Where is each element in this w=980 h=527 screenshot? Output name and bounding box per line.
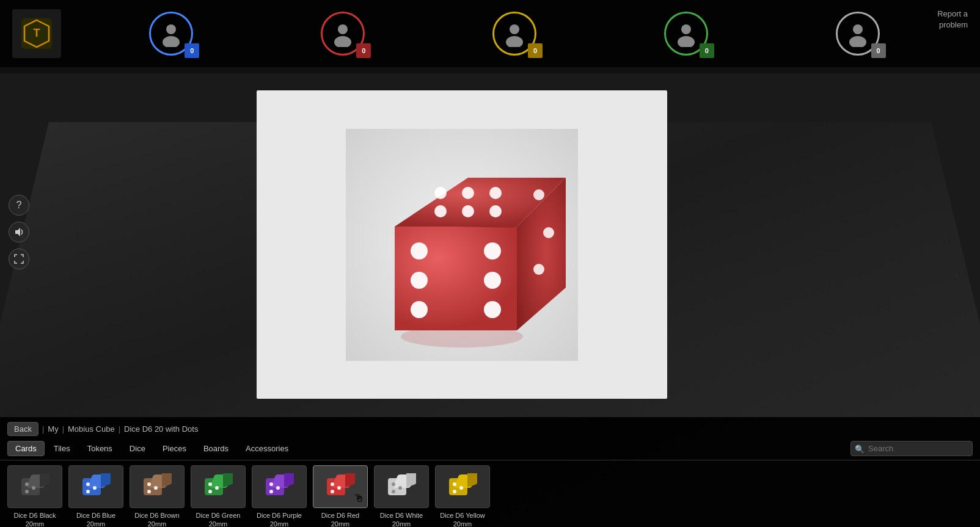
dice-item-black[interactable]: Dice D6 Black20mm [7, 465, 62, 527]
svg-point-19 [411, 272, 428, 289]
svg-point-18 [484, 242, 501, 260]
tabs-row: Cards Tiles Tokens Dice Pieces Boards Ac… [0, 441, 980, 460]
breadcrumb-sep-3: | [119, 424, 120, 434]
svg-point-66 [337, 486, 341, 490]
top-bar: T 0 [0, 0, 980, 67]
dice-item-yellow[interactable]: Dice D6 Yellow20mm [435, 465, 490, 527]
svg-point-26 [434, 205, 447, 217]
dice-thumb-white [374, 465, 429, 508]
tab-cards[interactable]: Cards [7, 441, 45, 456]
svg-point-49 [147, 490, 151, 493]
svg-point-8 [506, 36, 523, 47]
svg-point-42 [93, 486, 97, 490]
svg-point-24 [462, 187, 474, 199]
back-button[interactable]: Back [7, 422, 38, 436]
svg-point-31 [533, 264, 544, 275]
svg-point-17 [411, 242, 428, 260]
dice-item-brown[interactable]: Dice D6 Brown20mm [130, 465, 185, 527]
svg-rect-52 [223, 473, 233, 487]
dice-item-green[interactable]: Dice D6 Green20mm [191, 465, 246, 527]
svg-point-35 [25, 482, 29, 486]
player-slot-5[interactable]: 0 [836, 12, 880, 56]
preview-panel [257, 90, 667, 399]
search-input[interactable] [850, 441, 973, 456]
svg-point-28 [489, 205, 502, 217]
breadcrumb-row: Back | My | Mobius Cube | Dice D6 20 wit… [0, 417, 980, 441]
player-3-badge: 0 [528, 43, 543, 58]
svg-point-59 [269, 482, 273, 486]
svg-rect-34 [40, 473, 49, 487]
dice-item-blue[interactable]: Dice D6 Blue20mm [68, 465, 123, 527]
svg-point-27 [462, 205, 474, 217]
svg-marker-13 [15, 228, 20, 236]
breadcrumb-sep-2: | [62, 424, 64, 434]
fullscreen-button[interactable] [9, 249, 29, 269]
player-slot-4[interactable]: 0 [664, 12, 708, 56]
tab-tiles[interactable]: Tiles [46, 441, 78, 456]
dice-preview-image [346, 129, 578, 361]
svg-point-36 [32, 486, 35, 490]
dice-items-row: Dice D6 Black20mm Dice D6 Blue20mm [0, 460, 980, 527]
breadcrumb-mobius[interactable]: Mobius Cube [68, 424, 115, 434]
svg-point-5 [338, 24, 348, 34]
svg-point-79 [453, 490, 456, 493]
svg-point-6 [334, 36, 351, 47]
player-4-badge: 0 [700, 43, 714, 58]
svg-point-72 [398, 486, 402, 490]
svg-point-54 [215, 486, 219, 490]
tab-accessories[interactable]: Accessories [238, 441, 296, 456]
svg-point-30 [543, 227, 554, 238]
svg-point-21 [411, 301, 428, 318]
svg-point-55 [208, 490, 212, 493]
bottom-bar: Back | My | Mobius Cube | Dice D6 20 wit… [0, 417, 980, 527]
svg-rect-64 [345, 473, 355, 487]
dice-thumb-green [191, 465, 246, 508]
player-slot-1[interactable]: 0 [149, 12, 193, 56]
report-problem-link[interactable]: Report a problem [937, 9, 968, 31]
dice-thumb-black [7, 465, 62, 508]
tab-pieces[interactable]: Pieces [155, 441, 194, 456]
svg-point-37 [25, 490, 29, 493]
svg-point-61 [269, 490, 273, 493]
svg-text:T: T [34, 27, 40, 39]
svg-point-29 [533, 189, 544, 200]
tab-dice[interactable]: Dice [122, 441, 153, 456]
svg-point-4 [163, 36, 180, 47]
player-2-badge: 0 [356, 43, 371, 58]
dice-item-purple[interactable]: Dice D6 Purple20mm [252, 465, 307, 527]
svg-point-77 [453, 482, 456, 486]
breadcrumb-my[interactable]: My [48, 424, 58, 434]
player-slot-2[interactable]: 0 [321, 12, 365, 56]
dice-thumb-purple [252, 465, 307, 508]
dice-label-blue: Dice D6 Blue20mm [76, 511, 115, 527]
sound-button[interactable] [9, 222, 29, 242]
svg-rect-40 [101, 473, 111, 487]
svg-point-7 [510, 24, 519, 34]
help-button[interactable]: ? [9, 195, 29, 216]
svg-point-11 [853, 24, 863, 34]
dice-label-white: Dice D6 White20mm [380, 511, 423, 527]
dice-thumb-brown [130, 465, 185, 508]
svg-point-78 [459, 486, 463, 490]
svg-point-41 [86, 482, 90, 486]
svg-point-10 [678, 36, 695, 47]
player-1-badge: 0 [185, 43, 199, 58]
dice-label-red: Dice D6 Red20mm [321, 511, 359, 527]
logo[interactable]: T [12, 9, 61, 58]
svg-point-53 [208, 482, 212, 486]
dice-label-brown: Dice D6 Brown20mm [134, 511, 179, 527]
dice-thumb-red: 🖱 [313, 465, 368, 508]
dice-item-white[interactable]: Dice D6 White20mm [374, 465, 429, 527]
dice-thumb-yellow [435, 465, 490, 508]
svg-point-67 [331, 490, 334, 493]
player-5-badge: 0 [871, 43, 886, 58]
player-slot-3[interactable]: 0 [492, 12, 536, 56]
breadcrumb-dice: Dice D6 20 with Dots [124, 424, 198, 434]
svg-rect-70 [406, 473, 416, 487]
dice-item-red[interactable]: 🖱 Dice D6 Red20mm [313, 465, 368, 527]
svg-point-23 [434, 187, 447, 199]
svg-point-12 [849, 36, 866, 47]
svg-point-20 [484, 272, 501, 289]
tab-boards[interactable]: Boards [196, 441, 236, 456]
tab-tokens[interactable]: Tokens [79, 441, 120, 456]
